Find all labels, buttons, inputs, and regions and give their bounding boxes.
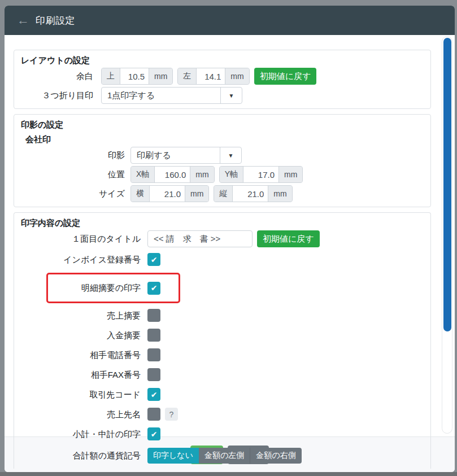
currency-symbol-label: 合計額の通貨記号 (21, 447, 141, 464)
partner-fax-checkbox[interactable]: ✔ (147, 368, 160, 381)
size-width-input[interactable] (149, 186, 185, 202)
print-content-settings-section: 印字内容の設定 １面目のタイトル 初期値に戻す インボイス登録番号 ✔ 明細摘要… (14, 212, 431, 469)
dialog-title: 印刷設定 (36, 14, 75, 27)
size-height-unit: mm (268, 186, 291, 202)
margin-top-group: 上 mm (101, 68, 173, 85)
subtotal-print-row: 小計・中計の印字 ✔ (21, 427, 424, 440)
margin-top-input[interactable] (120, 68, 149, 84)
currency-symbol-row: 合計額の通貨記号 印字しない 金額の左側 金額の右側 (21, 447, 424, 464)
fold-mark-row: ３つ折り目印 1点印字する ▼ (21, 87, 424, 104)
pos-x-group: X軸 mm (130, 166, 215, 183)
section-title: 印字内容の設定 (21, 217, 424, 228)
sales-destination-row: 売上先名 ✔ ? (21, 408, 424, 421)
seal-value: 印刷する (131, 147, 220, 163)
deposit-summary-row: 入金摘要 ✔ (21, 329, 424, 342)
check-icon: ✔ (151, 256, 158, 264)
position-label: 位置 (21, 166, 125, 183)
fold-mark-value: 1点印字する (102, 88, 220, 103)
deposit-summary-checkbox[interactable]: ✔ (147, 329, 160, 342)
sales-summary-row: 売上摘要 ✔ (21, 309, 424, 322)
pos-y-addon: Y軸 (220, 167, 243, 182)
margin-top-unit: mm (149, 68, 172, 84)
field-label: 取引先コード (21, 388, 141, 401)
invoice-number-checkbox[interactable]: ✔ (147, 253, 160, 266)
pos-x-input[interactable] (154, 167, 190, 182)
page1-title-input[interactable] (147, 230, 253, 247)
size-width-unit: mm (185, 186, 208, 202)
segment-option-right-of-amount[interactable]: 金額の右側 (250, 448, 301, 464)
partner-phone-row: 相手電話番号 ✔ (21, 348, 424, 361)
section-title: レイアウトの設定 (21, 55, 424, 65)
client-code-row: 取引先コード ✔ (21, 388, 424, 401)
check-icon: ✔ (151, 391, 158, 399)
segment-option-left-of-amount[interactable]: 金額の左側 (199, 448, 250, 464)
fold-mark-select[interactable]: 1点印字する ▼ (101, 87, 242, 104)
seal-label: 印影 (21, 147, 125, 164)
margin-label: 余白 (21, 68, 93, 85)
currency-symbol-options: 印字しない 金額の左側 金額の右側 (147, 448, 302, 464)
reset-margins-button[interactable]: 初期値に戻す (254, 68, 317, 85)
margin-left-unit: mm (225, 68, 249, 84)
layout-settings-section: レイアウトの設定 余白 上 mm 左 mm 初期値に戻す ３つ折り目印 1点 (14, 50, 431, 109)
partner-phone-checkbox[interactable]: ✔ (147, 348, 160, 361)
partner-fax-row: 相手FAX番号 ✔ (21, 368, 424, 381)
field-label: 売上摘要 (21, 309, 141, 322)
chevron-down-icon[interactable]: ▼ (220, 88, 242, 103)
scrollbar-track[interactable] (442, 36, 452, 434)
seal-size-row: サイズ 横 mm 縦 mm (21, 185, 424, 202)
dialog-header: ← 印刷設定 (5, 6, 455, 35)
sales-summary-checkbox[interactable]: ✔ (147, 309, 160, 322)
margin-left-addon: 左 (178, 68, 196, 84)
back-arrow-icon[interactable]: ← (17, 14, 29, 27)
print-settings-dialog: ← 印刷設定 レイアウトの設定 余白 上 mm 左 mm 初期値に戻す (5, 6, 455, 472)
seal-row: 印影 印刷する ▼ (21, 147, 424, 164)
margin-top-addon: 上 (102, 68, 120, 84)
field-label: インボイス登録番号 (21, 253, 141, 266)
size-width-addon: 横 (131, 186, 149, 202)
detail-summary-checkbox[interactable]: ✔ (147, 282, 160, 295)
reset-title-button[interactable]: 初期値に戻す (257, 230, 320, 247)
check-icon: ✔ (151, 430, 158, 438)
invoice-number-row: インボイス登録番号 ✔ (21, 253, 424, 266)
subtotal-print-checkbox[interactable]: ✔ (147, 427, 160, 440)
field-label: 明細摘要の印字 (48, 280, 141, 296)
size-width-group: 横 mm (130, 185, 209, 202)
seal-position-row: 位置 X軸 mm Y軸 mm (21, 166, 424, 183)
page1-title-label: １面目のタイトル (21, 230, 141, 247)
check-icon: ✔ (151, 284, 158, 292)
dialog-body: レイアウトの設定 余白 上 mm 左 mm 初期値に戻す ３つ折り目印 1点 (5, 35, 455, 436)
field-label: 小計・中計の印字 (21, 427, 141, 440)
size-label: サイズ (21, 185, 125, 202)
pos-x-unit: mm (190, 167, 214, 182)
margin-left-group: 左 mm (177, 68, 249, 85)
field-label: 相手FAX番号 (21, 368, 141, 381)
sales-destination-checkbox[interactable]: ✔ (147, 408, 160, 421)
segment-option-no-print[interactable]: 印字しない (147, 448, 199, 464)
help-icon[interactable]: ? (165, 408, 178, 421)
seal-settings-section: 印影の設定 会社印 印影 印刷する ▼ 位置 X軸 mm Y軸 (14, 114, 431, 207)
chevron-down-icon[interactable]: ▼ (220, 147, 241, 163)
margin-row: 余白 上 mm 左 mm 初期値に戻す (21, 68, 424, 85)
company-seal-subtitle: 会社印 (25, 134, 424, 145)
seal-select[interactable]: 印刷する ▼ (130, 147, 242, 164)
fold-mark-label: ３つ折り目印 (21, 87, 93, 104)
pos-x-addon: X軸 (131, 167, 154, 182)
size-height-input[interactable] (232, 186, 268, 202)
size-height-group: 縦 mm (214, 185, 292, 202)
highlight-annotation: 明細摘要の印字 ✔ (46, 273, 180, 303)
page1-title-row: １面目のタイトル 初期値に戻す (21, 230, 424, 247)
margin-left-input[interactable] (196, 68, 225, 84)
field-label: 入金摘要 (21, 329, 141, 342)
pos-y-group: Y軸 mm (219, 166, 303, 183)
field-label: 相手電話番号 (21, 348, 141, 361)
section-title: 印影の設定 (21, 119, 424, 130)
scrollbar-thumb[interactable] (443, 38, 451, 331)
size-height-addon: 縦 (214, 186, 232, 202)
field-label: 売上先名 (21, 408, 141, 421)
pos-y-unit: mm (279, 167, 302, 182)
client-code-checkbox[interactable]: ✔ (147, 388, 160, 401)
pos-y-input[interactable] (243, 167, 279, 182)
